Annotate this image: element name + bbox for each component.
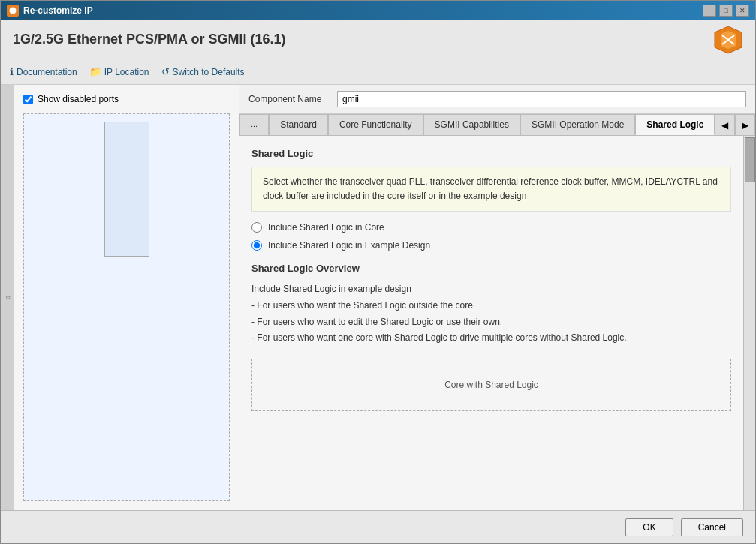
app-icon xyxy=(7,5,19,17)
ports-diagram xyxy=(23,113,230,501)
overview-line-4: - For users who want one core with Share… xyxy=(251,330,731,347)
shared-logic-overview: Shared Logic Overview Include Shared Log… xyxy=(251,263,731,346)
window-title: Re-customize IP xyxy=(23,5,93,16)
tab-prev-arrow[interactable]: ◀ xyxy=(715,114,735,135)
tab-content: Shared Logic Select whether the transcei… xyxy=(239,136,755,510)
switch-to-defaults-label: Switch to Defaults xyxy=(173,67,245,77)
ip-location-label: IP Location xyxy=(104,67,149,77)
xilinx-logo xyxy=(713,25,743,55)
info-icon: ℹ xyxy=(10,66,14,77)
documentation-label: Documentation xyxy=(17,67,77,77)
overview-line-1: Include Shared Logic in example design xyxy=(251,281,731,298)
refresh-icon: ↺ xyxy=(161,66,170,77)
main-window: Re-customize IP ─ □ ✕ 1G/2.5G Ethernet P… xyxy=(0,0,756,544)
port-visual xyxy=(104,122,149,257)
show-ports-label: Show disabled ports xyxy=(38,94,119,104)
core-shared-logic-box: Core with Shared Logic xyxy=(251,359,731,411)
right-panel: Component Name ... Standard Core Functio… xyxy=(239,85,755,510)
ok-button[interactable]: OK xyxy=(625,518,673,536)
edge-text-1: g xyxy=(4,296,11,299)
component-name-row: Component Name xyxy=(239,85,755,114)
title-bar: Re-customize IP ─ □ ✕ xyxy=(1,1,755,20)
show-ports-row: Show disabled ports xyxy=(23,94,230,104)
tab-next-arrow[interactable]: ▶ xyxy=(735,114,755,135)
overview-line-2: - For users who want the Shared Logic ou… xyxy=(251,298,731,314)
core-shared-logic-label: Core with Shared Logic xyxy=(444,380,538,390)
title-bar-controls: ─ □ ✕ xyxy=(703,5,749,17)
maximize-button[interactable]: □ xyxy=(719,5,733,17)
main-content: g Show disabled ports Component Name ...… xyxy=(1,85,755,510)
shared-logic-section-title: Shared Logic xyxy=(251,148,731,159)
radio-include-example: Include Shared Logic in Example Design xyxy=(251,240,731,251)
component-name-label: Component Name xyxy=(248,94,331,104)
radio-include-core-input[interactable] xyxy=(251,222,262,233)
switch-to-defaults-button[interactable]: ↺ Switch to Defaults xyxy=(161,66,245,77)
tab-sgmii-operation-mode[interactable]: SGMII Operation Mode xyxy=(520,114,635,135)
shared-logic-info-text: Select whether the transceiver quad PLL,… xyxy=(263,176,718,201)
tab-standard[interactable]: Standard xyxy=(269,114,328,135)
cancel-button[interactable]: Cancel xyxy=(681,518,743,536)
ip-location-button[interactable]: 📁 IP Location xyxy=(89,66,149,77)
close-button[interactable]: ✕ xyxy=(736,5,749,17)
tab-shared-logic[interactable]: Shared Logic xyxy=(635,114,715,135)
folder-icon: 📁 xyxy=(89,66,101,77)
documentation-button[interactable]: ℹ Documentation xyxy=(10,66,77,77)
shared-logic-info-box: Select whether the transceiver quad PLL,… xyxy=(251,167,731,212)
radio-include-core: Include Shared Logic in Core xyxy=(251,222,731,233)
shared-logic-radio-group: Include Shared Logic in Core Include Sha… xyxy=(251,222,731,251)
minimize-button[interactable]: ─ xyxy=(703,5,716,17)
tab-core-functionality[interactable]: Core Functionality xyxy=(328,114,423,135)
shared-logic-content: Shared Logic Select whether the transcei… xyxy=(239,136,743,510)
toolbar: ℹ Documentation 📁 IP Location ↺ Switch t… xyxy=(1,59,755,85)
radio-include-example-label: Include Shared Logic in Example Design xyxy=(268,240,430,251)
radio-include-example-input[interactable] xyxy=(251,240,262,251)
tabs-bar: ... Standard Core Functionality SGMII Ca… xyxy=(239,114,755,136)
scrollbar[interactable] xyxy=(743,136,755,510)
tab-truncated[interactable]: ... xyxy=(239,114,269,135)
scrollbar-thumb[interactable] xyxy=(745,137,755,182)
tab-sgmii-capabilities[interactable]: SGMII Capabilities xyxy=(423,114,520,135)
footer: OK Cancel xyxy=(1,510,755,543)
left-sidebar: Show disabled ports xyxy=(14,85,239,510)
component-name-input[interactable] xyxy=(337,91,746,107)
left-edge: g xyxy=(1,85,14,510)
title-bar-left: Re-customize IP xyxy=(7,5,93,17)
radio-include-core-label: Include Shared Logic in Core xyxy=(268,222,384,233)
app-header: 1G/2.5G Ethernet PCS/PMA or SGMII (16.1) xyxy=(1,20,755,59)
overview-title: Shared Logic Overview xyxy=(251,263,731,274)
overview-line-3: - For users who want to edit the Shared … xyxy=(251,314,731,331)
app-title: 1G/2.5G Ethernet PCS/PMA or SGMII (16.1) xyxy=(13,32,285,47)
svg-point-0 xyxy=(9,7,17,14)
show-ports-checkbox[interactable] xyxy=(23,95,33,104)
overview-text: Include Shared Logic in example design -… xyxy=(251,281,731,346)
